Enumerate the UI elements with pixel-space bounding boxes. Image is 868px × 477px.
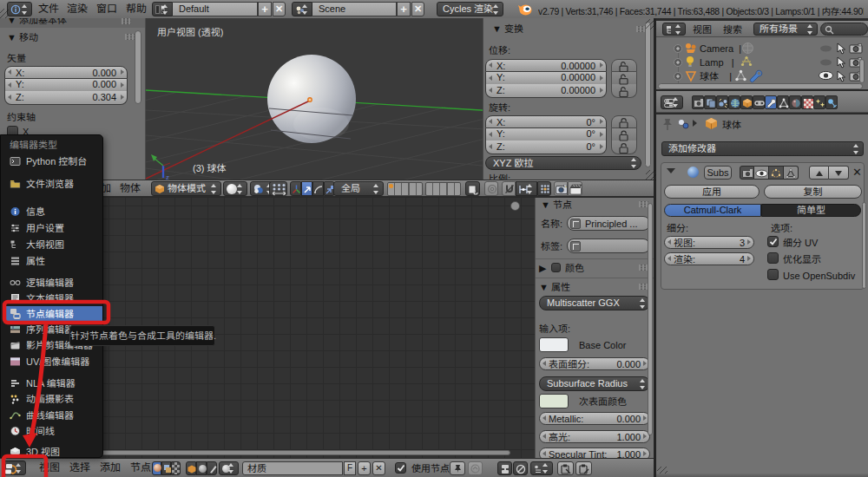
- svg-text:z: z: [166, 173, 169, 180]
